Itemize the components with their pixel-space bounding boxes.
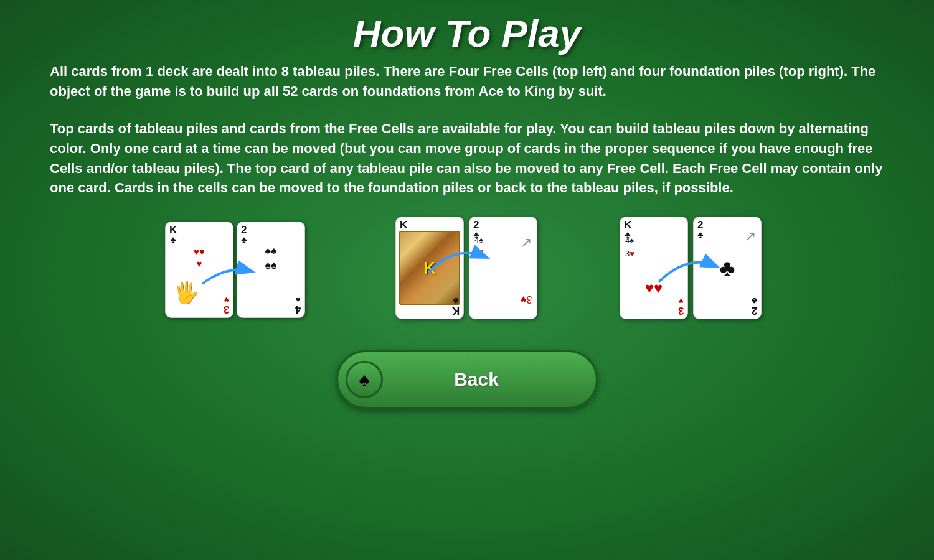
- page-title: How To Play: [0, 0, 934, 62]
- card-2-clubs: 2 ♣ ♣ 2 ♣ ↗: [693, 217, 762, 319]
- arrow-cursor-2: ↗: [521, 235, 532, 251]
- paragraph-1: All cards from 1 deck are dealt into 8 t…: [50, 62, 884, 101]
- card-k-stack: K ♣ 4♠3♥ ♥♥ 3 ♥: [620, 217, 688, 319]
- card-group-1: K ♣ ♥♥♥ 3 ♥ 🖐 2 ♣ ♠♠♠♠: [165, 222, 314, 327]
- cursor-icon: 🖐: [173, 280, 199, 305]
- content-area: All cards from 1 deck are dealt into 8 t…: [0, 62, 934, 198]
- back-button[interactable]: ♠ Back: [336, 350, 598, 409]
- back-button-container: ♠ Back: [0, 350, 934, 409]
- cards-illustration: K ♣ ♥♥♥ 3 ♥ 🖐 2 ♣ ♠♠♠♠: [0, 217, 934, 332]
- paragraph-2: Top cards of tableau piles and cards fro…: [50, 119, 884, 198]
- card-4-spades: 2 ♣ ♠♠♠♠ 4 ♠: [237, 222, 305, 318]
- back-spade-icon: ♠: [346, 361, 383, 398]
- card-king-face: K ♣ K K ♣: [395, 217, 464, 319]
- arrow-cursor-3: ↗: [745, 228, 756, 245]
- card-3-hearts: K ♣ ♥♥♥ 3 ♥ 🖐: [165, 222, 234, 318]
- card-group-3: K ♣ 4♠3♥ ♥♥ 3 ♥ 2 ♣ ♣ 2 ♣: [620, 217, 769, 332]
- back-label: Back: [394, 369, 559, 390]
- card-group-2: K ♣ K K ♣ 2 ♣ 4♠3♥ 3♥ ↗: [395, 217, 539, 332]
- card-2clubs-pile: 2 ♣ 4♠3♥ 3♥ ↗: [469, 217, 537, 319]
